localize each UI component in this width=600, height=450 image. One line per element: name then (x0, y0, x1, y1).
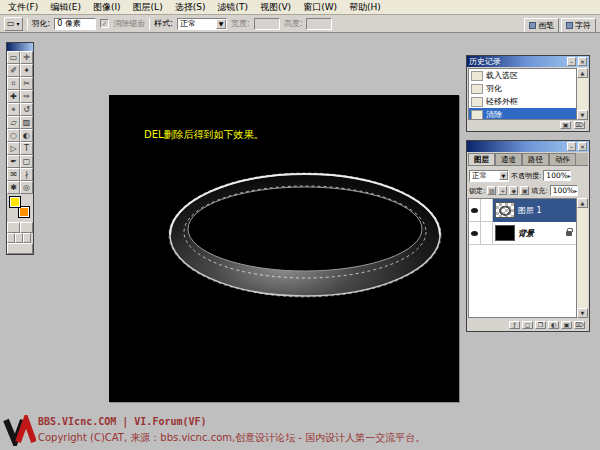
scroll-track[interactable] (577, 78, 588, 110)
lock-all-icon[interactable]: ▣ (520, 186, 529, 195)
palette-tab-character[interactable]: 字符 (561, 18, 596, 32)
new-layer-icon[interactable]: ▣ (561, 321, 572, 329)
menu-image[interactable]: 图像(I) (87, 0, 127, 15)
layer-main[interactable]: 图层 1 (493, 199, 576, 222)
tool-lasso[interactable]: ✐ (7, 64, 20, 77)
chevron-down-icon: ▼ (216, 19, 226, 29)
layer-thumbnail[interactable] (495, 225, 515, 241)
style-select[interactable]: 正常 ▼ (177, 18, 227, 30)
tool-clone-stamp[interactable]: ⌖ (7, 103, 20, 116)
foreground-color-swatch[interactable] (9, 196, 21, 208)
imageready-button[interactable] (7, 243, 33, 254)
scroll-down-icon[interactable]: ▼ (577, 110, 588, 120)
document-canvas[interactable]: DEL删除后得到如下效果。 (109, 95, 459, 402)
menu-select[interactable]: 选择(S) (169, 0, 212, 15)
tool-preset-picker[interactable]: ▭ ▾ (4, 17, 23, 31)
layer-row-background[interactable]: 背景 (469, 222, 576, 245)
tool-shape[interactable]: ▢ (20, 155, 33, 168)
tool-dodge[interactable]: ◐ (20, 129, 33, 142)
layer-thumbnail[interactable] (495, 202, 515, 218)
menu-file[interactable]: 文件(F) (2, 0, 44, 15)
history-item[interactable]: 轻移外框 (469, 95, 576, 108)
tool-eyedropper[interactable]: ∤ (20, 168, 33, 181)
visibility-cell[interactable] (469, 222, 481, 245)
tool-pen[interactable]: ✒ (7, 155, 20, 168)
fullscreen-button[interactable] (23, 233, 31, 243)
fullscreen-menubar-button[interactable] (15, 233, 23, 243)
tool-blur[interactable]: ○ (7, 129, 20, 142)
tool-healing-brush[interactable]: ✚ (7, 90, 20, 103)
palette-tab-brushes[interactable]: 画笔 (524, 18, 559, 32)
tool-brush[interactable]: ✑ (20, 90, 33, 103)
spinner-icon[interactable]: ▸ (568, 172, 571, 179)
tool-move[interactable]: ✛ (20, 51, 33, 64)
tool-slice[interactable]: ✂ (20, 77, 33, 90)
tab-paths[interactable]: 路径 (522, 153, 549, 165)
lock-transparency-icon[interactable]: ▨ (487, 186, 496, 195)
tool-magic-wand[interactable]: ✦ (20, 64, 33, 77)
minimize-icon[interactable]: – (567, 142, 576, 151)
width-input[interactable] (254, 18, 280, 30)
spinner-icon[interactable]: ▸ (574, 187, 577, 194)
menu-help[interactable]: 帮助(H) (343, 0, 387, 15)
layer-mask-icon[interactable]: ◻ (522, 321, 533, 329)
layer-main[interactable]: 背景 (493, 222, 576, 245)
tab-layers[interactable]: 图层 (468, 153, 495, 165)
menu-layer[interactable]: 图层(L) (127, 0, 169, 15)
quickmask-mode-button[interactable] (20, 222, 33, 233)
menu-view[interactable]: 视图(V) (254, 0, 297, 15)
tool-zoom[interactable]: ◎ (20, 181, 33, 194)
delete-layer-icon[interactable]: ⌦ (574, 321, 585, 329)
layer-set-icon[interactable]: ❒ (535, 321, 546, 329)
scroll-down-icon[interactable]: ▼ (577, 308, 588, 318)
tab-channels[interactable]: 通道 (495, 153, 522, 165)
lock-position-icon[interactable]: ◆ (509, 186, 518, 195)
layer-row-layer1[interactable]: ✑ 图层 1 (469, 199, 576, 222)
menu-edit[interactable]: 编辑(E) (44, 0, 87, 15)
close-icon[interactable]: × (578, 57, 587, 66)
feather-input[interactable] (54, 18, 96, 30)
tab-actions[interactable]: 动作 (549, 153, 576, 165)
standard-mode-button[interactable] (7, 222, 20, 233)
tool-eraser[interactable]: ▱ (7, 116, 20, 129)
style-select-value: 正常 (180, 18, 196, 29)
trash-icon[interactable]: ⌦ (574, 121, 585, 129)
opacity-value: 100% (546, 171, 567, 180)
tool-rectangular-marquee[interactable]: ▭ (7, 51, 20, 64)
fill-input[interactable]: 100% ▸ (550, 185, 578, 196)
opacity-input[interactable]: 100% ▸ (543, 170, 571, 181)
new-snapshot-icon[interactable]: ▣ (560, 121, 571, 129)
link-cell[interactable] (481, 222, 493, 245)
menu-filter[interactable]: 滤镜(T) (211, 0, 254, 15)
tool-type[interactable]: T (20, 142, 33, 155)
layer-style-icon[interactable]: ƒ (509, 321, 520, 329)
tool-hand[interactable]: ✱ (7, 181, 20, 194)
layers-titlebar[interactable]: – × (467, 141, 589, 152)
tool-notes[interactable]: ✉ (7, 168, 20, 181)
menu-window[interactable]: 窗口(W) (297, 0, 343, 15)
scroll-track[interactable] (577, 208, 588, 308)
visibility-cell[interactable] (469, 199, 481, 222)
tool-history-brush[interactable]: ↺ (20, 103, 33, 116)
height-input[interactable] (306, 18, 332, 30)
antialias-checkbox[interactable]: ✓ (100, 19, 109, 28)
tool-gradient[interactable]: ▨ (20, 116, 33, 129)
history-scrollbar[interactable]: ▲ ▼ (577, 68, 588, 120)
layers-scrollbar[interactable]: ▲ ▼ (577, 198, 588, 318)
blend-mode-select[interactable]: 正常 ▼ (469, 170, 509, 182)
history-item[interactable]: 载入选区 (469, 69, 576, 82)
history-item[interactable]: 羽化 (469, 82, 576, 95)
close-icon[interactable]: × (578, 142, 587, 151)
standard-screen-button[interactable] (7, 233, 15, 243)
toolbox-titlebar[interactable] (7, 43, 33, 51)
tool-path-selection[interactable]: ▷ (7, 142, 20, 155)
scroll-up-icon[interactable]: ▲ (577, 198, 588, 208)
tool-crop[interactable]: ⌗ (7, 77, 20, 90)
history-item-selected[interactable]: 清除 (469, 108, 576, 120)
adjustment-layer-icon[interactable]: ◐ (548, 321, 559, 329)
scroll-up-icon[interactable]: ▲ (577, 68, 588, 78)
minimize-icon[interactable]: – (567, 57, 576, 66)
link-cell[interactable]: ✑ (481, 199, 493, 222)
lock-pixels-icon[interactable]: + (498, 186, 507, 195)
history-titlebar[interactable]: 历史记录 – × (467, 56, 589, 67)
